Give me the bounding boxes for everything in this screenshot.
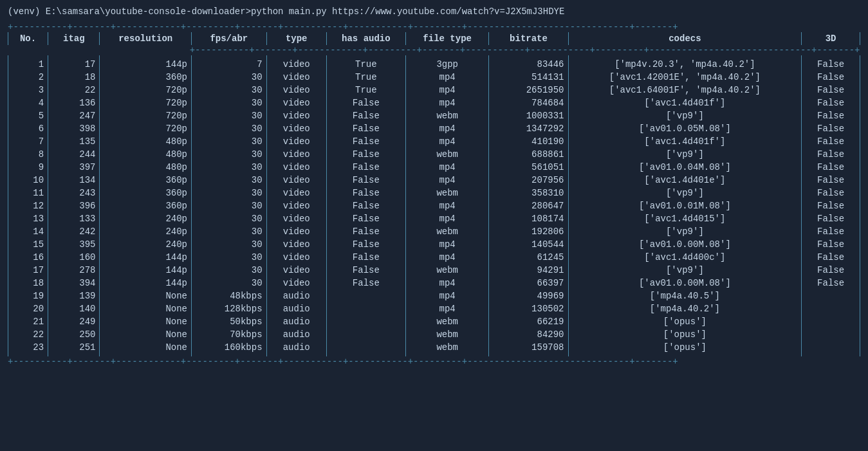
table-row: 21249None50kbpsaudiowebm66219['opus'] [8,315,860,328]
table-row: 16160144p30videoFalsemp461245['avc1.4d40… [8,251,860,264]
table-row: 18394144p30videoFalsemp466397['av01.0.00… [8,277,860,290]
header-bitrate: bitrate [489,32,568,45]
table-row: 20140None128kbpsaudiomp4130502['mp4a.40.… [8,302,860,315]
table-row: 6398720p30videoFalsemp41347292['av01.0.0… [8,122,860,135]
table-row: 5247720p30videoFalsewebm1000331['vp9']Fa… [8,109,860,122]
table-row: 4136720p30videoFalsemp4784684['avc1.4d40… [8,97,860,109]
header-file-type: file type [405,32,489,45]
table-body: +----------+-------+------------+-------… [8,45,860,356]
table-row: 23251None160kbpsaudiowebm159708['opus'] [8,341,860,354]
table-row: 19139None48kbpsaudiomp449969['mp4a.40.5'… [8,290,860,302]
header-itag: itag [48,32,100,45]
table-row: 7135480p30videoFalsemp4410190['avc1.4d40… [8,135,860,148]
header-has-audio: has audio [326,32,405,45]
table-row: 218360p30videoTruemp4514131['avc1.42001E… [8,71,860,84]
header-codecs: codecs [568,32,802,45]
streams-table: No. itag resolution fps/abr type has aud… [8,32,860,356]
table-row: 13133240p30videoFalsemp4108174['avc1.4d4… [8,212,860,225]
header-fps-abr: fps/abr [191,32,266,45]
table-row: 22250None70kbpsaudiowebm84290['opus'] [8,328,860,341]
table-row: 117144p7videoTrue3gpp83446['mp4v.20.3', … [8,58,860,71]
table-container: +----------+-------+------------+-------… [8,22,860,367]
header-no: No. [8,32,48,45]
table-row: 9397480p30videoFalsemp4561051['av01.0.04… [8,161,860,174]
table-row: 322720p30videoTruemp42651950['avc1.64001… [8,84,860,97]
command-line: (venv) E:\samsara\youtube-console-downlo… [8,6,860,17]
table-row: 10134360p30videoFalsemp4207956['avc1.4d4… [8,174,860,187]
top-divider: +----------+-------+------------+-------… [8,22,860,32]
table-row: 8244480p30videoFalsewebm688861['vp9']Fal… [8,148,860,161]
table-row: 15395240p30videoFalsemp4140544['av01.0.0… [8,238,860,251]
table-row: 17278144p30videoFalsewebm94291['vp9']Fal… [8,264,860,277]
header-3d: 3D [802,32,860,45]
table-row: 14242240p30videoFalsewebm192806['vp9']Fa… [8,225,860,238]
header-divider-row: +----------+-------+------------+-------… [8,45,860,55]
header-type: type [266,32,326,45]
table-row: 11243360p30videoFalsewebm358310['vp9']Fa… [8,187,860,199]
header-resolution: resolution [100,32,192,45]
table-row: 12396360p30videoFalsemp4280647['av01.0.0… [8,199,860,212]
header-row: No. itag resolution fps/abr type has aud… [8,32,860,45]
bottom-divider: +----------+-------+------------+-------… [8,356,860,367]
